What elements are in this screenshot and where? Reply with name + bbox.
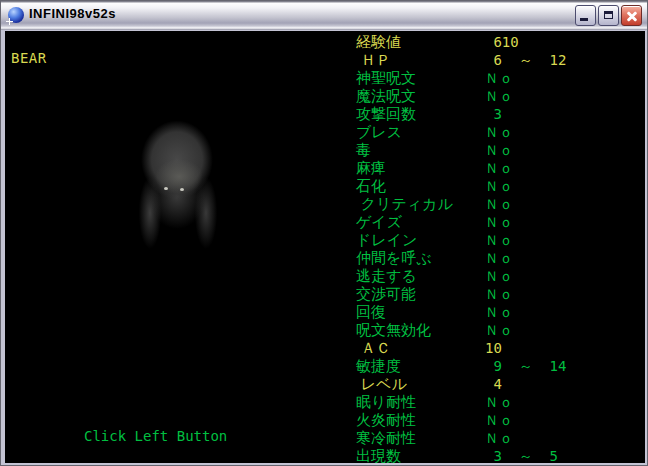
stat-label: 回復 bbox=[356, 303, 386, 321]
stat-value: Ｎｏ bbox=[485, 159, 513, 177]
stat-row: 逃走するＮｏ bbox=[5, 267, 645, 285]
stat-label: 石化 bbox=[356, 177, 386, 195]
stat-label: 仲間を呼ぶ bbox=[356, 249, 432, 267]
stat-row: クリティカルＮｏ bbox=[5, 195, 645, 213]
stat-row: 神聖呪文Ｎｏ bbox=[5, 69, 645, 87]
stat-row: 攻撃回数 3 bbox=[5, 105, 645, 123]
stat-value: Ｎｏ bbox=[485, 69, 513, 87]
window-controls bbox=[575, 5, 642, 26]
stat-row: レベル 4 bbox=[5, 375, 645, 393]
stat-label: 火炎耐性 bbox=[356, 411, 416, 429]
sparkle-icon bbox=[6, 18, 13, 25]
stat-value: 4 bbox=[485, 375, 502, 393]
stat-value: 6 ～ 12 bbox=[485, 51, 566, 69]
stat-row: 交渉可能Ｎｏ bbox=[5, 285, 645, 303]
minimize-button[interactable] bbox=[575, 5, 596, 26]
stat-label: 経験値 bbox=[356, 33, 401, 51]
stat-label: 攻撃回数 bbox=[356, 105, 416, 123]
stat-value: Ｎｏ bbox=[485, 87, 513, 105]
app-window: INFINI98v52s BEAR Click Left Button 経験値 … bbox=[0, 0, 648, 466]
close-button[interactable] bbox=[621, 5, 642, 26]
app-icon bbox=[8, 7, 24, 23]
stat-label: 敏捷度 bbox=[356, 357, 401, 375]
stat-label: ＨＰ bbox=[356, 51, 391, 69]
stat-label: 逃走する bbox=[356, 267, 417, 285]
stat-row: 火炎耐性Ｎｏ bbox=[5, 411, 645, 429]
stat-value: Ｎｏ bbox=[485, 285, 513, 303]
stat-label: ドレイン bbox=[356, 231, 417, 249]
stat-label: ゲイズ bbox=[356, 213, 402, 231]
stat-value: Ｎｏ bbox=[485, 141, 513, 159]
stat-row: 呪文無効化Ｎｏ bbox=[5, 321, 645, 339]
stat-label: クリティカル bbox=[356, 195, 453, 213]
stat-row: 経験値 610 bbox=[5, 33, 645, 51]
stat-row: ゲイズＮｏ bbox=[5, 213, 645, 231]
stat-value: Ｎｏ bbox=[485, 429, 513, 447]
stat-label: 出現数 bbox=[356, 447, 401, 463]
stat-label: レベル bbox=[356, 375, 407, 393]
stat-row: 毒Ｎｏ bbox=[5, 141, 645, 159]
stat-value: Ｎｏ bbox=[485, 303, 513, 321]
stat-value: Ｎｏ bbox=[485, 393, 513, 411]
stat-row: 麻痺Ｎｏ bbox=[5, 159, 645, 177]
stat-value: Ｎｏ bbox=[485, 267, 513, 285]
stat-label: ブレス bbox=[356, 123, 402, 141]
stat-row: 回復Ｎｏ bbox=[5, 303, 645, 321]
stat-label: 魔法呪文 bbox=[356, 87, 416, 105]
stat-value: 10 bbox=[485, 339, 502, 357]
maximize-icon bbox=[604, 11, 613, 19]
stat-row: 出現数 3 ～ 5 bbox=[5, 447, 645, 463]
stat-label: 毒 bbox=[356, 141, 371, 159]
stat-row: 魔法呪文Ｎｏ bbox=[5, 87, 645, 105]
stat-row: 眠り耐性Ｎｏ bbox=[5, 393, 645, 411]
stat-row: 寒冷耐性Ｎｏ bbox=[5, 429, 645, 447]
stat-row: ＡＣ10 bbox=[5, 339, 645, 357]
stat-value: 9 ～ 14 bbox=[485, 357, 566, 375]
stat-value: Ｎｏ bbox=[485, 249, 513, 267]
stat-row: ドレインＮｏ bbox=[5, 231, 645, 249]
stat-label: 呪文無効化 bbox=[356, 321, 431, 339]
stat-row: 仲間を呼ぶＮｏ bbox=[5, 249, 645, 267]
stat-value: Ｎｏ bbox=[485, 123, 513, 141]
stat-row: ＨＰ 6 ～ 12 bbox=[5, 51, 645, 69]
stat-label: 麻痺 bbox=[356, 159, 386, 177]
stat-row: 石化Ｎｏ bbox=[5, 177, 645, 195]
stat-row: 敏捷度 9 ～ 14 bbox=[5, 357, 645, 375]
stat-label: ＡＣ bbox=[356, 339, 391, 357]
stat-label: 神聖呪文 bbox=[356, 69, 416, 87]
stat-value: Ｎｏ bbox=[485, 411, 513, 429]
stat-value: Ｎｏ bbox=[485, 213, 513, 231]
stats-list: 経験値 610 ＨＰ 6 ～ 12神聖呪文Ｎｏ魔法呪文Ｎｏ攻撃回数 3ブレスＮｏ… bbox=[5, 33, 645, 463]
stat-value: 3 bbox=[485, 105, 502, 123]
stat-value: Ｎｏ bbox=[485, 321, 513, 339]
stat-value: 3 ～ 5 bbox=[485, 447, 558, 463]
stat-label: 寒冷耐性 bbox=[356, 429, 416, 447]
stat-row: ブレスＮｏ bbox=[5, 123, 645, 141]
stat-value: Ｎｏ bbox=[485, 177, 513, 195]
window-title: INFINI98v52s bbox=[29, 6, 116, 21]
stat-value: Ｎｏ bbox=[485, 195, 513, 213]
stat-label: 眠り耐性 bbox=[356, 393, 416, 411]
minimize-icon bbox=[580, 18, 588, 21]
maximize-button[interactable] bbox=[598, 5, 619, 26]
stat-value: 610 bbox=[485, 33, 519, 51]
stat-label: 交渉可能 bbox=[356, 285, 416, 303]
client-area[interactable]: BEAR Click Left Button 経験値 610 ＨＰ 6 ～ 12… bbox=[5, 31, 645, 463]
stat-value: Ｎｏ bbox=[485, 231, 513, 249]
titlebar[interactable]: INFINI98v52s bbox=[1, 1, 647, 30]
